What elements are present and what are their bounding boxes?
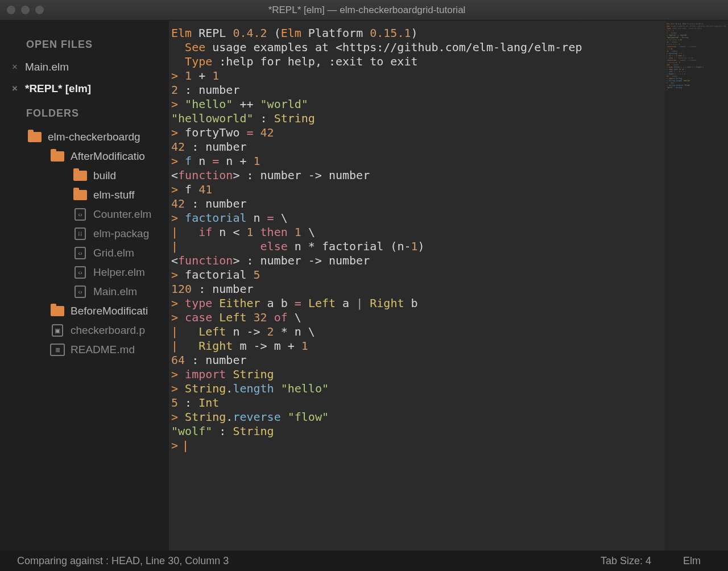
folder-icon bbox=[73, 169, 88, 182]
tree-item-label: Grid.elm bbox=[93, 247, 134, 259]
tree-item-label: elm-packag bbox=[93, 227, 149, 240]
repl-line: > String.reverse "flow" bbox=[169, 410, 665, 424]
folder-icon bbox=[27, 131, 42, 143]
folder-icon bbox=[73, 189, 88, 201]
titlebar: *REPL* [elm] — elm-checkerboardgrid-tuto… bbox=[0, 0, 728, 20]
repl-line: > 1 + 1 bbox=[169, 69, 665, 83]
repl-line: > f 41 bbox=[169, 183, 665, 197]
repl-line: > factorial 5 bbox=[169, 268, 665, 282]
repl-line: | if n < 1 then 1 \ bbox=[169, 225, 665, 239]
repl-editor[interactable]: Elm REPL 0.4.2 (Elm Platform 0.15.1) See… bbox=[169, 20, 665, 551]
close-icon[interactable]: × bbox=[8, 83, 22, 94]
tree-item-label: elm-stuff bbox=[93, 189, 135, 201]
open-file-item[interactable]: ×Main.elm bbox=[0, 56, 169, 78]
tree-item-label: Helper.elm bbox=[93, 266, 145, 279]
repl-line: 120 : number bbox=[169, 282, 665, 296]
repl-line: 2 : number bbox=[169, 83, 665, 97]
code-file-icon: ‹› bbox=[73, 286, 88, 298]
image-file-icon: ▣ bbox=[50, 324, 65, 337]
repl-line: > factorial n = \ bbox=[169, 211, 665, 225]
tree-item-label: BeforeModificati bbox=[71, 305, 148, 317]
open-file-label: Main.elm bbox=[25, 61, 69, 73]
repl-line: > fortyTwo = 42 bbox=[169, 126, 665, 140]
repl-line: <function> : number -> number bbox=[169, 168, 665, 183]
tree-item-label: README.md bbox=[71, 344, 135, 356]
tree-item-label: build bbox=[93, 169, 116, 182]
repl-line: "helloworld" : String bbox=[169, 111, 665, 126]
file-item[interactable]: ▣checkerboard.p bbox=[0, 321, 169, 340]
repl-line: | else n * factorial (n-1) bbox=[169, 239, 665, 254]
sidebar: OPEN FILES ×Main.elm×*REPL* [elm] FOLDER… bbox=[0, 20, 169, 551]
folder-item[interactable]: build bbox=[0, 166, 169, 185]
open-files-header: OPEN FILES bbox=[0, 31, 169, 56]
readme-file-icon: ≣ bbox=[50, 344, 65, 356]
settings-file-icon: ⁞⁞ bbox=[73, 227, 88, 240]
status-left[interactable]: Comparing against : HEAD, Line 30, Colum… bbox=[11, 555, 585, 567]
repl-line: 42 : number bbox=[169, 197, 665, 211]
code-file-icon: ‹› bbox=[73, 247, 88, 259]
repl-line: > import String bbox=[169, 367, 665, 382]
open-file-item[interactable]: ×*REPL* [elm] bbox=[0, 78, 169, 100]
code-file-icon: ‹› bbox=[73, 208, 88, 221]
repl-line: | Right m -> m + 1 bbox=[169, 339, 665, 353]
file-item[interactable]: ‹›Grid.elm bbox=[0, 243, 169, 263]
traffic-lights bbox=[7, 6, 44, 14]
close-icon[interactable]: × bbox=[8, 61, 22, 73]
repl-line: > String.length "hello" bbox=[169, 382, 665, 396]
file-item[interactable]: ⁞⁞elm-packag bbox=[0, 224, 169, 243]
repl-line: > type Either a b = Left a | Right b bbox=[169, 296, 665, 311]
window-title: *REPL* [elm] — elm-checkerboardgrid-tuto… bbox=[44, 5, 690, 16]
repl-line: | Left n -> 2 * n \ bbox=[169, 325, 665, 339]
folder-item[interactable]: AfterModificatio bbox=[0, 147, 169, 166]
folder-icon bbox=[50, 150, 65, 163]
close-window-button[interactable] bbox=[7, 6, 15, 14]
zoom-window-button[interactable] bbox=[35, 6, 44, 14]
code-file-icon: ‹› bbox=[73, 266, 88, 279]
status-language[interactable]: Elm bbox=[667, 555, 717, 567]
repl-line: <function> : number -> number bbox=[169, 254, 665, 268]
folder-item[interactable]: elm-checkerboardg bbox=[0, 127, 169, 147]
repl-line: > case Left 32 of \ bbox=[169, 311, 665, 325]
repl-line: 5 : Int bbox=[169, 396, 665, 410]
file-item[interactable]: ‹›Helper.elm bbox=[0, 263, 169, 282]
cursor bbox=[185, 441, 186, 452]
repl-line: 64 : number bbox=[169, 353, 665, 367]
repl-line: See usage examples at <https://github.co… bbox=[169, 40, 665, 55]
statusbar: Comparing against : HEAD, Line 30, Colum… bbox=[0, 551, 728, 571]
repl-line: > f n = n + 1 bbox=[169, 154, 665, 168]
repl-line: "wolf" : String bbox=[169, 424, 665, 438]
folder-item[interactable]: elm-stuff bbox=[0, 185, 169, 205]
repl-line: > "hello" ++ "world" bbox=[169, 97, 665, 111]
tree-item-label: Counter.elm bbox=[93, 208, 151, 221]
repl-line: > bbox=[169, 438, 665, 453]
folder-item[interactable]: BeforeModificati bbox=[0, 301, 169, 321]
minimize-window-button[interactable] bbox=[21, 6, 30, 14]
tree-item-label: AfterModificatio bbox=[71, 150, 145, 163]
repl-line: Type :help for help, :exit to exit bbox=[169, 55, 665, 69]
file-item[interactable]: ‹›Counter.elm bbox=[0, 205, 169, 224]
file-item[interactable]: ≣README.md bbox=[0, 340, 169, 359]
repl-line: Elm REPL 0.4.2 (Elm Platform 0.15.1) bbox=[169, 26, 665, 40]
tree-item-label: elm-checkerboardg bbox=[48, 131, 140, 143]
folders-header: FOLDERS bbox=[0, 100, 169, 125]
repl-line: 42 : number bbox=[169, 140, 665, 154]
status-tab-size[interactable]: Tab Size: 4 bbox=[585, 555, 667, 567]
tree-item-label: checkerboard.p bbox=[71, 324, 145, 337]
tree-item-label: Main.elm bbox=[93, 286, 137, 298]
folder-icon bbox=[50, 305, 65, 317]
open-file-label: *REPL* [elm] bbox=[25, 82, 91, 95]
minimap[interactable]: Elm REPL 0.4.2 (Elm Platform 0.15.1) See… bbox=[665, 20, 728, 551]
file-item[interactable]: ‹›Main.elm bbox=[0, 282, 169, 301]
